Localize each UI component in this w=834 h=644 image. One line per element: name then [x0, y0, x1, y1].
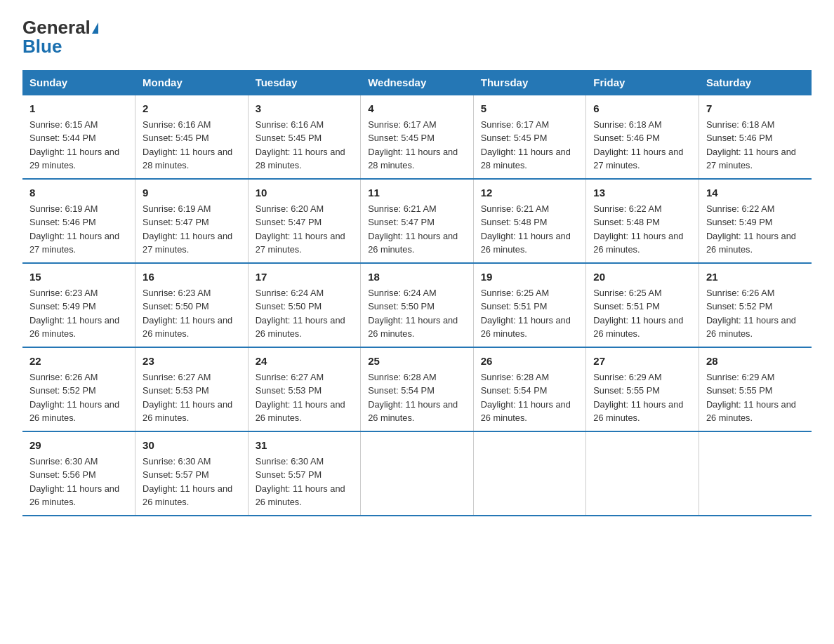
logo-triangle-icon: [92, 22, 98, 34]
col-header-wednesday: Wednesday: [361, 71, 474, 95]
day-number: 22: [29, 354, 128, 369]
day-number: 15: [29, 269, 128, 285]
day-number: 16: [143, 269, 241, 285]
calendar-cell: 22Sunrise: 6:26 AMSunset: 5:52 PMDayligh…: [22, 347, 135, 431]
calendar-cell: 10Sunrise: 6:20 AMSunset: 5:47 PMDayligh…: [248, 179, 361, 263]
calendar-cell: 20Sunrise: 6:25 AMSunset: 5:51 PMDayligh…: [586, 263, 699, 347]
day-number: 6: [593, 101, 691, 116]
calendar-cell: 5Sunrise: 6:17 AMSunset: 5:45 PMDaylight…: [473, 95, 586, 179]
day-number: 9: [143, 185, 241, 201]
day-number: 11: [368, 185, 466, 201]
col-header-friday: Friday: [586, 71, 699, 95]
calendar-cell: 28Sunrise: 6:29 AMSunset: 5:55 PMDayligh…: [699, 347, 812, 431]
day-number: 7: [706, 101, 805, 116]
calendar-cell: 18Sunrise: 6:24 AMSunset: 5:50 PMDayligh…: [361, 263, 474, 347]
calendar-cell: 23Sunrise: 6:27 AMSunset: 5:53 PMDayligh…: [135, 347, 249, 431]
calendar-cell: 29Sunrise: 6:30 AMSunset: 5:56 PMDayligh…: [22, 431, 135, 516]
day-number: 17: [256, 269, 354, 285]
day-info: Sunrise: 6:23 AMSunset: 5:50 PMDaylight:…: [143, 288, 232, 340]
day-info: Sunrise: 6:18 AMSunset: 5:46 PMDaylight:…: [706, 119, 796, 171]
day-number: 28: [706, 354, 805, 369]
day-info: Sunrise: 6:18 AMSunset: 5:46 PMDaylight:…: [593, 119, 683, 171]
calendar-cell: [586, 431, 699, 516]
day-info: Sunrise: 6:16 AMSunset: 5:45 PMDaylight:…: [256, 119, 345, 171]
calendar-cell: 13Sunrise: 6:22 AMSunset: 5:48 PMDayligh…: [586, 179, 699, 263]
calendar-week-row: 8Sunrise: 6:19 AMSunset: 5:46 PMDaylight…: [22, 179, 812, 263]
calendar-cell: 14Sunrise: 6:22 AMSunset: 5:49 PMDayligh…: [699, 179, 812, 263]
day-info: Sunrise: 6:25 AMSunset: 5:51 PMDaylight:…: [481, 288, 571, 340]
calendar-week-row: 1Sunrise: 6:15 AMSunset: 5:44 PMDaylight…: [22, 95, 812, 179]
day-info: Sunrise: 6:27 AMSunset: 5:53 PMDaylight:…: [143, 372, 232, 424]
day-info: Sunrise: 6:24 AMSunset: 5:50 PMDaylight:…: [256, 288, 345, 340]
col-header-tuesday: Tuesday: [248, 71, 361, 95]
calendar-cell: 4Sunrise: 6:17 AMSunset: 5:45 PMDaylight…: [361, 95, 474, 179]
day-info: Sunrise: 6:27 AMSunset: 5:53 PMDaylight:…: [256, 372, 345, 424]
day-number: 10: [256, 185, 354, 201]
calendar-cell: 31Sunrise: 6:30 AMSunset: 5:57 PMDayligh…: [248, 431, 361, 516]
col-header-thursday: Thursday: [473, 71, 586, 95]
day-info: Sunrise: 6:29 AMSunset: 5:55 PMDaylight:…: [593, 372, 683, 424]
day-info: Sunrise: 6:26 AMSunset: 5:52 PMDaylight:…: [706, 288, 796, 340]
day-info: Sunrise: 6:16 AMSunset: 5:45 PMDaylight:…: [143, 119, 232, 171]
day-number: 19: [481, 269, 579, 285]
calendar-week-row: 15Sunrise: 6:23 AMSunset: 5:49 PMDayligh…: [22, 263, 812, 347]
day-number: 31: [256, 438, 354, 453]
day-info: Sunrise: 6:22 AMSunset: 5:49 PMDaylight:…: [706, 203, 796, 255]
page-header: General Blue: [22, 17, 812, 58]
day-info: Sunrise: 6:30 AMSunset: 5:57 PMDaylight:…: [143, 456, 232, 508]
day-info: Sunrise: 6:25 AMSunset: 5:51 PMDaylight:…: [593, 288, 683, 340]
day-info: Sunrise: 6:17 AMSunset: 5:45 PMDaylight:…: [481, 119, 571, 171]
calendar-cell: 6Sunrise: 6:18 AMSunset: 5:46 PMDaylight…: [586, 95, 699, 179]
day-info: Sunrise: 6:21 AMSunset: 5:47 PMDaylight:…: [368, 203, 458, 255]
day-info: Sunrise: 6:15 AMSunset: 5:44 PMDaylight:…: [29, 119, 119, 171]
day-number: 23: [143, 354, 241, 369]
calendar-cell: 16Sunrise: 6:23 AMSunset: 5:50 PMDayligh…: [135, 263, 249, 347]
day-number: 8: [29, 185, 128, 201]
day-number: 30: [143, 438, 241, 453]
day-number: 26: [481, 354, 579, 369]
calendar-cell: 25Sunrise: 6:28 AMSunset: 5:54 PMDayligh…: [361, 347, 474, 431]
logo: General Blue: [22, 17, 98, 58]
day-number: 14: [706, 185, 805, 201]
calendar-week-row: 22Sunrise: 6:26 AMSunset: 5:52 PMDayligh…: [22, 347, 812, 431]
calendar-cell: 7Sunrise: 6:18 AMSunset: 5:46 PMDaylight…: [699, 95, 812, 179]
day-info: Sunrise: 6:28 AMSunset: 5:54 PMDaylight:…: [368, 372, 458, 424]
day-number: 13: [593, 185, 691, 201]
day-number: 2: [143, 101, 241, 116]
day-info: Sunrise: 6:28 AMSunset: 5:54 PMDaylight:…: [481, 372, 571, 424]
calendar-cell: 19Sunrise: 6:25 AMSunset: 5:51 PMDayligh…: [473, 263, 586, 347]
col-header-saturday: Saturday: [699, 71, 812, 95]
calendar-cell: 3Sunrise: 6:16 AMSunset: 5:45 PMDaylight…: [248, 95, 361, 179]
day-info: Sunrise: 6:29 AMSunset: 5:55 PMDaylight:…: [706, 372, 796, 424]
calendar-cell: [361, 431, 474, 516]
calendar-cell: 26Sunrise: 6:28 AMSunset: 5:54 PMDayligh…: [473, 347, 586, 431]
day-number: 24: [256, 354, 354, 369]
col-header-sunday: Sunday: [22, 71, 135, 95]
calendar-table: SundayMondayTuesdayWednesdayThursdayFrid…: [22, 70, 812, 516]
logo-blue-text: Blue: [22, 36, 62, 58]
day-info: Sunrise: 6:26 AMSunset: 5:52 PMDaylight:…: [29, 372, 119, 424]
day-number: 18: [368, 269, 466, 285]
day-number: 1: [29, 101, 128, 116]
day-info: Sunrise: 6:21 AMSunset: 5:48 PMDaylight:…: [481, 203, 571, 255]
day-number: 5: [481, 101, 579, 116]
calendar-cell: 8Sunrise: 6:19 AMSunset: 5:46 PMDaylight…: [22, 179, 135, 263]
day-info: Sunrise: 6:23 AMSunset: 5:49 PMDaylight:…: [29, 288, 119, 340]
day-number: 20: [593, 269, 691, 285]
calendar-cell: 27Sunrise: 6:29 AMSunset: 5:55 PMDayligh…: [586, 347, 699, 431]
calendar-week-row: 29Sunrise: 6:30 AMSunset: 5:56 PMDayligh…: [22, 431, 812, 516]
calendar-cell: 30Sunrise: 6:30 AMSunset: 5:57 PMDayligh…: [135, 431, 249, 516]
calendar-header-row: SundayMondayTuesdayWednesdayThursdayFrid…: [22, 71, 812, 95]
day-info: Sunrise: 6:30 AMSunset: 5:57 PMDaylight:…: [256, 456, 345, 508]
day-number: 21: [706, 269, 805, 285]
day-info: Sunrise: 6:30 AMSunset: 5:56 PMDaylight:…: [29, 456, 119, 508]
day-number: 3: [256, 101, 354, 116]
calendar-cell: 9Sunrise: 6:19 AMSunset: 5:47 PMDaylight…: [135, 179, 249, 263]
day-number: 27: [593, 354, 691, 369]
day-info: Sunrise: 6:17 AMSunset: 5:45 PMDaylight:…: [368, 119, 458, 171]
calendar-cell: 24Sunrise: 6:27 AMSunset: 5:53 PMDayligh…: [248, 347, 361, 431]
day-info: Sunrise: 6:19 AMSunset: 5:47 PMDaylight:…: [143, 203, 232, 255]
calendar-cell: 1Sunrise: 6:15 AMSunset: 5:44 PMDaylight…: [22, 95, 135, 179]
col-header-monday: Monday: [135, 71, 249, 95]
day-info: Sunrise: 6:19 AMSunset: 5:46 PMDaylight:…: [29, 203, 119, 255]
